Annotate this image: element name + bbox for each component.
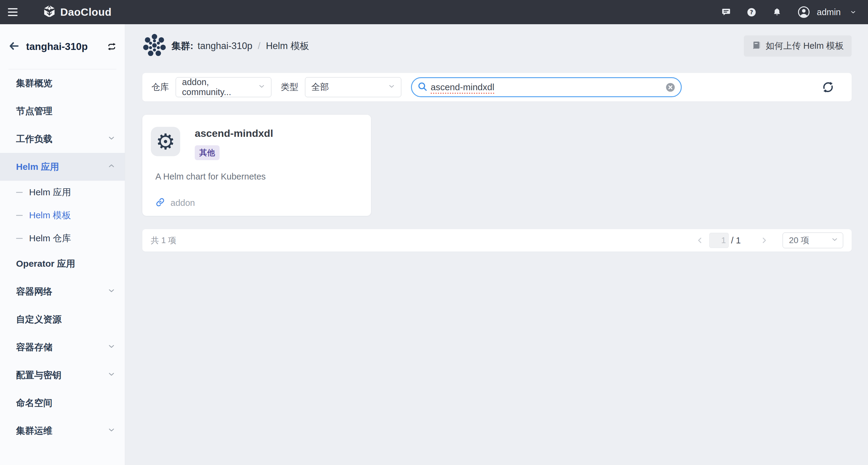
breadcrumb-separator: / — [258, 40, 260, 52]
chart-repo-name: addon — [170, 198, 195, 208]
chart-icon-container: ⚙ — [151, 127, 180, 156]
sidebar-item-cluster-overview[interactable]: 集群概览 — [0, 69, 125, 97]
clear-icon[interactable] — [665, 82, 676, 93]
sidebar-item-helm-apps-group[interactable]: Helm 应用 — [0, 153, 125, 181]
brand-logo[interactable]: DaoCloud — [43, 4, 112, 20]
breadcrumb-cluster-name[interactable]: tanghai-310p — [197, 40, 252, 52]
chart-title: ascend-mindxdl — [195, 128, 273, 139]
daocloud-cube-icon — [43, 4, 56, 20]
dash-icon — [16, 192, 23, 193]
how-to-upload-button[interactable]: 如何上传 Helm 模板 — [744, 35, 851, 57]
dash-icon — [16, 238, 23, 239]
chevron-down-icon — [107, 287, 116, 297]
sidebar-cluster-name: tanghai-310p — [26, 41, 88, 53]
sidebar: tanghai-310p 集群概览 节点管理 工作负载 Helm 应用 Helm… — [0, 24, 125, 465]
brand-name: DaoCloud — [60, 6, 112, 18]
chevron-down-icon — [107, 342, 116, 353]
chart-description: A Helm chart for Kubernetes — [155, 172, 363, 181]
refresh-icon[interactable] — [821, 80, 835, 95]
prev-page-icon[interactable] — [695, 236, 705, 245]
sidebar-item-namespaces[interactable]: 命名空间 — [0, 389, 125, 417]
chevron-down-icon — [107, 134, 116, 144]
cluster-dots-icon — [142, 33, 166, 59]
sidebar-item-helm-apps[interactable]: Helm 应用 — [0, 181, 125, 204]
user-name[interactable]: admin — [817, 7, 841, 17]
filter-bar: 仓库 addon, community... 类型 全部 ascend-mind… — [142, 73, 851, 101]
svg-text:?: ? — [750, 9, 753, 15]
chart-category-badge: 其他 — [195, 145, 220, 160]
page-count: / 1 — [731, 235, 741, 245]
link-icon — [155, 197, 165, 208]
user-avatar-icon[interactable] — [798, 6, 810, 19]
sidebar-item-node-management[interactable]: 节点管理 — [0, 97, 125, 125]
repo-filter-label: 仓库 — [151, 81, 169, 93]
bell-icon[interactable] — [772, 7, 782, 17]
sidebar-item-helm-templates[interactable]: Helm 模板 — [0, 204, 125, 227]
book-icon — [752, 41, 761, 52]
breadcrumb-cluster-label: 集群: — [172, 40, 193, 53]
how-to-upload-label: 如何上传 Helm 模板 — [766, 40, 844, 52]
chevron-down-icon — [388, 82, 396, 92]
swap-cluster-icon[interactable] — [106, 41, 117, 52]
chevron-down-icon — [831, 235, 839, 245]
sidebar-item-custom-resources[interactable]: 自定义资源 — [0, 305, 125, 333]
chevron-up-icon — [107, 162, 116, 172]
top-bar: DaoCloud ? admin — [0, 0, 868, 24]
type-filter-label: 类型 — [281, 81, 298, 93]
sidebar-item-container-network[interactable]: 容器网络 — [0, 277, 125, 305]
repo-select[interactable]: addon, community... — [176, 77, 271, 97]
dash-icon — [16, 215, 23, 216]
chevron-down-icon — [258, 82, 266, 92]
next-page-icon[interactable] — [760, 236, 769, 245]
sidebar-item-workloads[interactable]: 工作负载 — [0, 125, 125, 153]
menu-icon[interactable] — [8, 8, 18, 16]
gear-icon: ⚙ — [156, 131, 175, 153]
helm-template-card[interactable]: ⚙ ascend-mindxdl 其他 A Helm chart for Kub… — [142, 115, 371, 216]
help-icon[interactable]: ? — [747, 7, 756, 17]
pagination-bar: 共 1 项 1 / 1 20 项 — [142, 229, 851, 252]
main-content: 集群: tanghai-310p / Helm 模板 如何上传 Helm 模板 … — [125, 24, 868, 465]
page-number-input[interactable]: 1 — [709, 233, 729, 248]
total-count: 共 1 项 — [151, 235, 176, 246]
message-icon[interactable] — [721, 7, 731, 17]
search-query-text: ascend-mindxdl — [431, 82, 494, 92]
type-select[interactable]: 全部 — [305, 77, 401, 97]
breadcrumb-page: Helm 模板 — [266, 40, 309, 53]
sidebar-item-container-storage[interactable]: 容器存储 — [0, 333, 125, 361]
sidebar-item-cluster-ops[interactable]: 集群运维 — [0, 417, 125, 445]
page-size-select[interactable]: 20 项 — [783, 232, 843, 248]
sidebar-item-operator-apps[interactable]: Operator 应用 — [0, 250, 125, 277]
search-input[interactable]: ascend-mindxdl — [411, 77, 682, 97]
chevron-down-icon[interactable] — [850, 9, 857, 15]
back-icon[interactable] — [8, 40, 20, 53]
search-icon — [417, 81, 428, 93]
sidebar-item-config-secrets[interactable]: 配置与密钥 — [0, 361, 125, 389]
sidebar-item-helm-repos[interactable]: Helm 仓库 — [0, 227, 125, 250]
chevron-down-icon — [107, 426, 116, 436]
chevron-down-icon — [107, 370, 116, 380]
